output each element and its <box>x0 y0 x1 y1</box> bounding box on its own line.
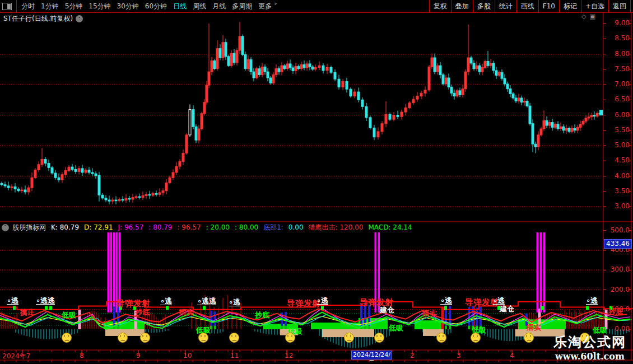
period-tab-60分钟[interactable]: 60分钟 <box>145 2 167 11</box>
toolbar-button-F10[interactable]: F10 <box>538 0 559 12</box>
indicator-value-6: : 20.00 <box>206 223 230 231</box>
period-tab-30分钟[interactable]: 30分钟 <box>117 2 139 11</box>
indicator-value-1: K: 80.79 <box>51 223 79 231</box>
xaxis-month-label: 8 <box>80 352 84 360</box>
period-tab-更多 ˃[interactable]: 更多 ˃ <box>258 2 277 11</box>
period-tab-月线[interactable]: 月线 <box>212 2 226 11</box>
period-tab-5分钟[interactable]: 5分钟 <box>65 2 83 11</box>
indicator-value-8: 底部1: <box>263 223 283 232</box>
toolbar-button-叠加[interactable]: 叠加 <box>451 0 473 12</box>
period-tab-周线[interactable]: 周线 <box>193 2 206 11</box>
signal-label: 捂实 <box>179 309 194 316</box>
price-axis-label: 7.00 <box>605 80 630 88</box>
layout-split-icon[interactable] <box>2 3 12 10</box>
price-axis-label: 3.00 <box>605 202 630 210</box>
chevron-down-icon[interactable]: ˅ <box>76 15 83 22</box>
period-tab-多周期[interactable]: 多周期 <box>232 2 252 11</box>
smiley-face-icon <box>198 333 208 343</box>
indicator-axis-label: 200.0 <box>605 286 630 293</box>
price-axis-label: 6.00 <box>605 111 630 119</box>
indicator-value-4: : 80.79 <box>148 223 172 231</box>
xaxis-month-label: 9 <box>136 352 141 360</box>
xaxis-month-label: 2024年7 <box>2 352 30 361</box>
signal-label: 捂实 <box>527 324 541 331</box>
indicator-value-9: 0.00 <box>288 223 304 231</box>
chart-title-bar: ST任子行(日线.前复权) ˅ <box>3 14 83 24</box>
signal-label: ∘逃 <box>160 297 172 305</box>
indicator-value-11: MACD: 24.14 <box>368 223 412 231</box>
toolbar-button-返回[interactable]: 返回 <box>608 0 631 12</box>
price-axis-label: 8.50 <box>605 34 630 42</box>
indicator-value-5: : 96.57 <box>178 223 201 231</box>
signal-label: 建仓 <box>500 305 514 312</box>
signal-label: ∘逃 <box>493 297 505 305</box>
smiley-face-icon <box>118 333 128 343</box>
toolbar: 分时1分钟5分钟15分钟30分钟60分钟日线周线月线多周期更多 ˃ 复权叠加多股… <box>0 0 633 13</box>
price-axis-label: 9.00 <box>605 19 630 27</box>
signal-label: ∘逃 <box>229 298 240 306</box>
signal-label: 建仓 <box>380 306 394 314</box>
smiley-face-icon <box>436 333 446 343</box>
signal-label: 捂实 <box>422 310 437 317</box>
signal-label: 抄底 <box>255 311 269 319</box>
chart-corner-icons[interactable]: ◇▣ <box>581 13 599 20</box>
signal-label: 低吸 <box>389 324 403 332</box>
indicator-axis-label: 500.0 <box>605 226 630 234</box>
toolbar-button-标记[interactable]: 标记 <box>559 0 581 12</box>
signal-label: ∘逃 <box>316 297 328 305</box>
period-tab-日线[interactable]: 日线 <box>173 2 187 11</box>
xaxis-month-label: 4 <box>510 352 514 360</box>
price-axis-label: 6.50 <box>605 95 630 103</box>
indicator-value-2: D: 72.91 <box>84 223 113 231</box>
indicator-axis-label: 0.00 <box>605 325 630 333</box>
price-axis-label: 3.50 <box>605 187 630 195</box>
price-axis-label: 5.00 <box>605 141 630 149</box>
signal-label: 低吸 <box>62 311 76 319</box>
toolbar-button-多股[interactable]: 多股 <box>473 0 495 12</box>
xaxis-selected-date: 2024/12/24/二 <box>351 351 392 360</box>
indicator-value-highlight: 433.46 <box>604 239 632 249</box>
smiley-face-icon <box>62 333 72 343</box>
signal-label: ∘逃逃 <box>197 297 216 305</box>
period-menu: 分时1分钟5分钟15分钟30分钟60分钟日线周线月线多周期更多 ˃ <box>21 2 283 11</box>
app-window: 分时1分钟5分钟15分钟30分钟60分钟日线周线月线多周期更多 ˃ 复权叠加多股… <box>0 0 633 364</box>
smiley-face-icon <box>344 333 354 343</box>
indicator-header: ˅ 股朋指标网K: 80.79D: 72.91J: 96.57: 80.79: … <box>2 223 417 232</box>
signal-label: ∘逃 <box>586 297 598 305</box>
period-tab-1分钟[interactable]: 1分钟 <box>41 2 59 11</box>
price-axis-label: 4.00 <box>605 172 630 180</box>
watermark-site-name: 乐淘公式网 <box>553 333 626 351</box>
xaxis-month-label: 11 <box>230 352 239 360</box>
signal-label: 抄底 <box>135 309 150 316</box>
toolbar-button-统计[interactable]: 统计 <box>495 0 516 12</box>
smiley-face-icon <box>374 333 384 343</box>
period-tab-15分钟[interactable]: 15分钟 <box>89 2 110 11</box>
indicator-chevron-icon[interactable]: ˅ <box>2 224 9 231</box>
signal-label: 抄底 <box>608 308 623 315</box>
toolbar-divider <box>16 0 17 12</box>
toolbar-button-画线[interactable]: 画线 <box>516 0 538 12</box>
price-axis-label: 8.00 <box>605 50 630 58</box>
signal-label: 导弹发射 <box>287 300 320 307</box>
smiley-face-icon <box>229 333 239 343</box>
smiley-face-icon <box>140 333 150 343</box>
xaxis-month-label: 12 <box>285 352 293 360</box>
watermark: 乐淘公式网 www.60lt.com <box>553 333 626 362</box>
indicator-value-10: 猎鹰出击: 120.00 <box>309 223 364 232</box>
indicator-axis-label: 300.0 <box>605 265 630 273</box>
smiley-face-icon <box>524 333 534 343</box>
price-axis-label: 7.50 <box>605 65 630 73</box>
chart-canvas <box>0 0 633 364</box>
period-tab-分时[interactable]: 分时 <box>21 2 35 11</box>
watermark-site-url: www.60lt.com <box>553 351 626 362</box>
indicator-value-3: J: 96.57 <box>118 223 144 231</box>
signal-label: 擒庄 <box>20 309 35 316</box>
indicator-value-7: : 80.00 <box>235 223 258 231</box>
toolbar-button-+自选[interactable]: +自选 <box>581 0 608 12</box>
smiley-face-icon <box>285 333 295 343</box>
signal-label: ∘逃 <box>7 297 18 305</box>
toolbar-button-复权[interactable]: 复权 <box>429 0 451 12</box>
symbol-title: ST任子行(日线.前复权) <box>3 14 73 24</box>
price-axis-label: 5.50 <box>605 126 630 134</box>
price-axis-label: 4.50 <box>605 156 630 164</box>
